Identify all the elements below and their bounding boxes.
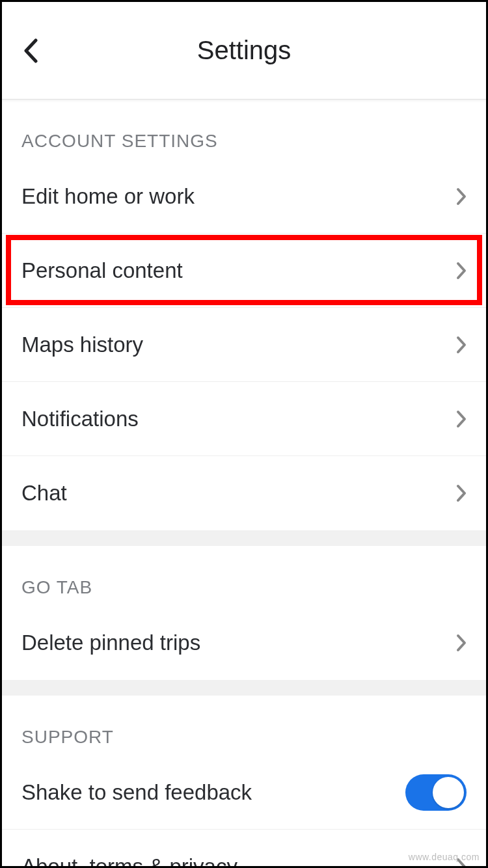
row-label: Edit home or work [21,184,195,209]
chevron-right-icon [456,187,467,206]
back-button[interactable] [18,31,44,70]
row-shake-feedback[interactable]: Shake to send feedback [2,755,486,830]
chevron-left-icon [23,38,38,63]
row-label: Delete pinned trips [21,631,200,655]
row-label: Maps history [21,332,143,357]
section-divider [2,530,486,546]
row-label: Shake to send feedback [21,780,252,805]
chevron-right-icon [456,262,467,280]
page-title: Settings [18,36,470,65]
row-label: Personal content [21,258,183,283]
section-header-go-tab: GO TAB [2,546,486,606]
watermark: www.deuaq.com [409,852,480,862]
chevron-right-icon [456,634,467,652]
section-header-support: SUPPORT [2,696,486,755]
toggle-knob [433,777,464,808]
row-label: About, terms & privacy [21,854,237,868]
row-about-terms-privacy[interactable]: About, terms & privacy [2,830,486,868]
row-label: Chat [21,481,67,506]
row-edit-home-work[interactable]: Edit home or work [2,159,486,234]
section-divider [2,680,486,696]
row-notifications[interactable]: Notifications [2,382,486,456]
row-label: Notifications [21,407,139,431]
chevron-right-icon [456,336,467,354]
chevron-right-icon [456,410,467,428]
chevron-right-icon [456,484,467,502]
row-maps-history[interactable]: Maps history [2,308,486,382]
header-bar: Settings [2,2,486,100]
toggle-shake-feedback[interactable] [405,774,467,811]
row-personal-content[interactable]: Personal content [2,234,486,308]
row-delete-pinned-trips[interactable]: Delete pinned trips [2,606,486,680]
section-header-account: ACCOUNT SETTINGS [2,100,486,159]
row-chat[interactable]: Chat [2,456,486,530]
